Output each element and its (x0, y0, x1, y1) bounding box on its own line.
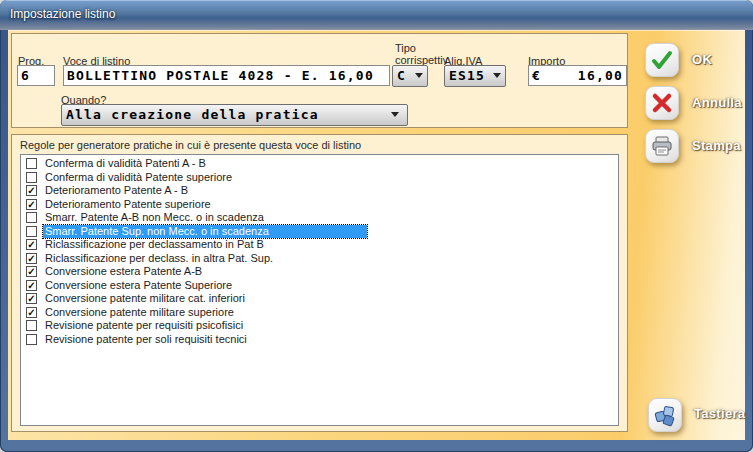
quando-value: Alla creazione della pratica (66, 107, 319, 122)
rule-item[interactable]: Revisione patente per requisiti psicofis… (21, 319, 618, 333)
printer-icon (651, 135, 673, 157)
rule-item-label: Revisione patente per requisiti psicofis… (43, 319, 245, 332)
checkbox-checked-icon[interactable]: ✓ (26, 185, 37, 196)
header-panel: Prog. 6 Voce di listino BOLLETTINO POSTA… (11, 33, 628, 128)
checkbox-unchecked-icon[interactable] (26, 320, 37, 331)
checkbox-unchecked-icon[interactable] (26, 212, 37, 223)
checkbox-checked-icon[interactable]: ✓ (26, 253, 37, 264)
checkbox-checked-icon[interactable]: ✓ (26, 199, 37, 210)
rule-item-label: Conversione estera Patente Superiore (43, 279, 234, 292)
tipo-corrispettivo-label: Tipo corrispettivo (395, 42, 447, 66)
rules-listbox[interactable]: Conferma di validità Patenti A - BConfer… (20, 154, 619, 426)
importo-value: 16,00 (578, 66, 623, 85)
rule-item-label: Conversione patente militare cat. inferi… (43, 292, 247, 305)
rule-item[interactable]: Conferma di validità Patente superiore (21, 171, 618, 185)
cross-icon (651, 92, 673, 114)
voce-input[interactable]: BOLLETTINO POSTALE 4028 - E. 16,00 (63, 65, 390, 86)
rule-item-label: Riclassificazione per declass. in altra … (43, 252, 275, 265)
check-icon (650, 48, 674, 72)
rule-item[interactable]: ✓Conversione estera Patente Superiore (21, 279, 618, 293)
prog-input[interactable]: 6 (17, 65, 55, 86)
keyboard-icon (653, 403, 677, 427)
rule-item-label: Smarr. Patente A-B non Mecc. o in scaden… (43, 211, 266, 224)
chevron-down-icon (391, 112, 399, 117)
rule-item[interactable]: ✓Riclassificazione per declass. in altra… (21, 252, 618, 266)
window-title: Impostazione listino (10, 0, 115, 29)
rule-item[interactable]: Conferma di validità Patenti A - B (21, 157, 618, 171)
rule-item-label: Riclassificazione per declassamento in P… (43, 238, 266, 251)
rule-item[interactable]: Smarr. Patente Sup. non Mecc. o in scade… (21, 225, 618, 239)
rule-item-label: Conversione estera Patente A-B (43, 265, 204, 278)
rule-item[interactable]: ✓Deterioramento Patente A - B (21, 184, 618, 198)
checkbox-checked-icon[interactable]: ✓ (26, 293, 37, 304)
checkbox-checked-icon[interactable]: ✓ (26, 307, 37, 318)
rules-label: Regole per generatore pratiche in cui è … (20, 139, 361, 151)
tipo-corrispettivo-select[interactable]: C (392, 65, 428, 87)
chevron-down-icon (493, 73, 501, 78)
stampa-button[interactable] (645, 129, 679, 163)
dialog-window: Impostazione listino Prog. 6 Voce di lis… (0, 0, 753, 452)
checkbox-unchecked-icon[interactable] (26, 158, 37, 169)
tastiera-button-label[interactable]: Tastiera (694, 406, 745, 421)
rule-item-label: Conversione patente militare superiore (43, 306, 236, 319)
tastiera-button[interactable] (648, 398, 682, 432)
rule-item[interactable]: Smarr. Patente A-B non Mecc. o in scaden… (21, 211, 618, 225)
stampa-button-label[interactable]: Stampa (692, 138, 741, 153)
chevron-down-icon (415, 73, 423, 78)
aliq-iva-select[interactable]: ES15 (444, 65, 506, 87)
aliq-iva-value: ES15 (449, 68, 485, 83)
rule-item-label: Smarr. Patente Sup. non Mecc. o in scade… (43, 225, 367, 238)
rule-item[interactable]: ✓Riclassificazione per declassamento in … (21, 238, 618, 252)
ok-button-label[interactable]: OK (692, 52, 712, 67)
checkbox-unchecked-icon[interactable] (26, 226, 37, 237)
rule-item-label: Deterioramento Patente superiore (43, 198, 213, 211)
rules-panel: Regole per generatore pratiche in cui è … (11, 134, 628, 432)
tipo-corrispettivo-value: C (397, 68, 406, 83)
importo-input[interactable]: € 16,00 (528, 65, 627, 86)
checkbox-checked-icon[interactable]: ✓ (26, 280, 37, 291)
quando-select[interactable]: Alla creazione della pratica (61, 104, 408, 126)
title-bar[interactable]: Impostazione listino (0, 0, 753, 30)
ok-button[interactable] (645, 43, 679, 77)
rule-item[interactable]: ✓Conversione patente militare cat. infer… (21, 292, 618, 306)
euro-sign: € (532, 66, 541, 85)
checkbox-unchecked-icon[interactable] (26, 172, 37, 183)
rule-item[interactable]: ✓Conversione estera Patente A-B (21, 265, 618, 279)
rule-item-label: Conferma di validità Patente superiore (43, 171, 234, 184)
rule-item-label: Deterioramento Patente A - B (43, 184, 190, 197)
rule-item-label: Revisione patente per soli requisiti tec… (43, 333, 249, 346)
checkbox-checked-icon[interactable]: ✓ (26, 239, 37, 250)
annulla-button[interactable] (645, 86, 679, 120)
rule-item-label: Conferma di validità Patenti A - B (43, 157, 208, 170)
checkbox-unchecked-icon[interactable] (26, 334, 37, 345)
rule-item[interactable]: ✓Conversione patente militare superiore (21, 306, 618, 320)
rule-item[interactable]: Revisione patente per soli requisiti tec… (21, 333, 618, 347)
annulla-button-label[interactable]: Annulla (692, 95, 742, 110)
rule-item[interactable]: ✓Deterioramento Patente superiore (21, 198, 618, 212)
dialog-body: Prog. 6 Voce di listino BOLLETTINO POSTA… (8, 30, 745, 440)
checkbox-checked-icon[interactable]: ✓ (26, 266, 37, 277)
